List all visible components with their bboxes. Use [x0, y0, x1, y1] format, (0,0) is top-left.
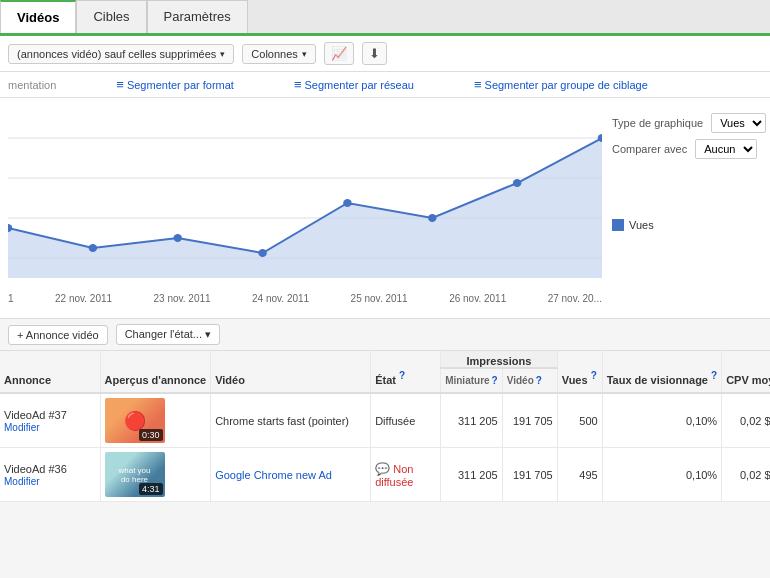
cell-apercu-2: what youdo here 4:31 [100, 448, 211, 502]
duration-1: 0:30 [139, 429, 163, 441]
download-button[interactable]: ⬇ [362, 42, 387, 65]
svg-point-9 [343, 199, 351, 207]
change-state-button[interactable]: Changer l'état... ▾ [116, 324, 220, 345]
annonce-name-2: VideoAd #36 [4, 463, 96, 475]
th-impressions-group: Impressions [441, 351, 558, 368]
legend-label: Vues [629, 219, 654, 231]
cell-vues-1: 500 [557, 393, 602, 448]
filter-button[interactable]: (annonces vidéo) sauf celles supprimées … [8, 44, 234, 64]
chart-panel: Type de graphique Vues Comparer avec Auc… [602, 108, 762, 318]
tab-videos[interactable]: Vidéos [0, 0, 76, 33]
annonce-name-1: VideoAd #37 [4, 409, 96, 421]
th-video: Vidéo [211, 351, 371, 393]
message-icon: 💬 [375, 462, 390, 476]
cell-taux-1: 0,10% [602, 393, 721, 448]
filter-arrow-icon: ▾ [220, 49, 225, 59]
change-state-arrow-icon: ▾ [205, 328, 211, 340]
date-labels: 1 22 nov. 2011 23 nov. 2011 24 nov. 2011… [8, 291, 602, 310]
taux-info-icon[interactable]: ? [711, 370, 717, 381]
segment-ciblage-icon: ≡ [474, 77, 482, 92]
table-row: VideoAd #36 Modifier what youdo here 4:3… [0, 448, 770, 502]
segment-reseau-link[interactable]: ≡ Segmenter par réseau [294, 77, 414, 92]
cell-cpv-2: 0,02 $US [722, 448, 770, 502]
th-vues: Vues ? [557, 351, 602, 393]
chart-compare-select[interactable]: Aucun [695, 139, 757, 159]
colonnes-button[interactable]: Colonnes ▾ [242, 44, 315, 64]
cell-imp-mini-1: 311 205 [441, 393, 503, 448]
cell-taux-2: 0,10% [602, 448, 721, 502]
tab-cibles[interactable]: Cibles [76, 0, 146, 33]
video-link-2[interactable]: Google Chrome new Ad [215, 469, 332, 481]
tab-bar: Vidéos Cibles Paramètres [0, 0, 770, 36]
chart-container: 1 22 nov. 2011 23 nov. 2011 24 nov. 2011… [0, 98, 770, 319]
vues-info-icon[interactable]: ? [591, 370, 597, 381]
svg-point-10 [428, 214, 436, 222]
video-name-1: Chrome starts fast (pointer) [215, 415, 349, 427]
cell-annonce-1: VideoAd #37 Modifier [0, 393, 100, 448]
cell-etat-2: 💬 Non diffusée [371, 448, 441, 502]
cell-annonce-2: VideoAd #36 Modifier [0, 448, 100, 502]
svg-marker-4 [8, 138, 602, 278]
chart-type-select[interactable]: Vues [711, 113, 766, 133]
legend-color-box [612, 219, 624, 231]
chart-legend: Vues [612, 219, 752, 231]
segment-format-link[interactable]: ≡ Segmenter par format [116, 77, 234, 92]
cell-imp-mini-2: 311 205 [441, 448, 503, 502]
action-row: + Annonce vidéo Changer l'état... ▾ [0, 319, 770, 351]
svg-point-6 [89, 244, 97, 252]
table-wrapper: Annonce Aperçus d'annonce Vidéo État ? I… [0, 351, 770, 502]
duration-2: 4:31 [139, 483, 163, 495]
ads-table: Annonce Aperçus d'annonce Vidéo État ? I… [0, 351, 770, 502]
th-cpv: CPV moy. ? [722, 351, 770, 393]
chart-toggle-button[interactable]: 📈 [324, 42, 354, 65]
mini-info-icon[interactable]: ? [492, 375, 498, 386]
tab-parametres[interactable]: Paramètres [147, 0, 248, 33]
modifier-link-1[interactable]: Modifier [4, 422, 40, 433]
th-apercu: Aperçus d'annonce [100, 351, 211, 393]
cell-imp-video-1: 191 705 [502, 393, 557, 448]
toolbar: (annonces vidéo) sauf celles supprimées … [0, 36, 770, 72]
segment-row: mentation ≡ Segmenter par format ≡ Segme… [0, 72, 770, 98]
chart-area: 1 22 nov. 2011 23 nov. 2011 24 nov. 2011… [8, 108, 602, 318]
segment-format-icon: ≡ [116, 77, 124, 92]
cell-etat-1: Diffusée [371, 393, 441, 448]
th-taux: Taux de visionnage ? [602, 351, 721, 393]
th-impressions-mini: Miniature ? [441, 368, 503, 393]
cell-imp-video-2: 191 705 [502, 448, 557, 502]
segmentation-label: mentation [8, 79, 56, 91]
video-info-icon[interactable]: ? [536, 375, 542, 386]
add-video-ad-button[interactable]: + Annonce vidéo [8, 325, 108, 345]
modifier-link-2[interactable]: Modifier [4, 476, 40, 487]
filter-label: (annonces vidéo) sauf celles supprimées [17, 48, 216, 60]
colonnes-label: Colonnes [251, 48, 297, 60]
thumbnail-2: what youdo here 4:31 [105, 452, 165, 497]
chart-svg [8, 108, 602, 288]
cell-vues-2: 495 [557, 448, 602, 502]
chart-compare-label: Comparer avec [612, 143, 687, 155]
cell-video-1: Chrome starts fast (pointer) [211, 393, 371, 448]
colonnes-arrow-icon: ▾ [302, 49, 307, 59]
segment-reseau-icon: ≡ [294, 77, 302, 92]
cell-apercu-1: 🔴 0:30 [100, 393, 211, 448]
th-etat: État ? [371, 351, 441, 393]
etat-label-1: Diffusée [375, 415, 415, 427]
svg-point-11 [513, 179, 521, 187]
change-state-label: Changer l'état... [125, 328, 202, 340]
segment-ciblage-link[interactable]: ≡ Segmenter par groupe de ciblage [474, 77, 648, 92]
svg-point-7 [173, 234, 181, 242]
svg-point-8 [258, 249, 266, 257]
cell-cpv-1: 0,02 $US [722, 393, 770, 448]
etat-info-icon[interactable]: ? [399, 370, 405, 381]
th-impressions-video: Vidéo ? [502, 368, 557, 393]
cell-video-2: Google Chrome new Ad [211, 448, 371, 502]
table-row: VideoAd #37 Modifier 🔴 0:30 Chrome start… [0, 393, 770, 448]
chart-type-label: Type de graphique [612, 117, 703, 129]
th-annonce: Annonce [0, 351, 100, 393]
thumbnail-1: 🔴 0:30 [105, 398, 165, 443]
